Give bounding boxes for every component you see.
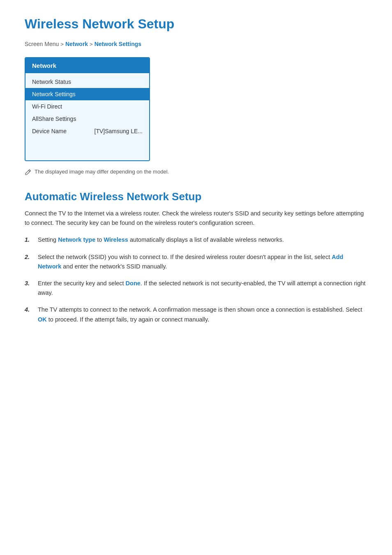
note-line: The displayed image may differ depending…	[25, 169, 367, 176]
page-title: Wireless Network Setup	[25, 16, 367, 32]
breadcrumb-network[interactable]: Network	[65, 41, 88, 47]
device-name-label: Device Name	[32, 128, 67, 134]
highlight-network-type: Network type	[58, 236, 95, 243]
menu-item-wifi-direct[interactable]: Wi-Fi Direct	[25, 100, 149, 113]
section-automatic-title: Automatic Wireless Network Setup	[25, 190, 367, 203]
step-3: 3. Enter the security key and select Don…	[25, 279, 367, 298]
menu-item-allshare-settings[interactable]: AllShare Settings	[25, 113, 149, 125]
steps-list: 1. Setting Network type to Wireless auto…	[25, 235, 367, 324]
menu-item-device-name[interactable]: Device Name [TV]Samsung LE...	[25, 125, 149, 137]
network-panel: Network Network Status Network Settings …	[25, 57, 150, 161]
step-4-text: The TV attempts to connect to the networ…	[38, 305, 367, 324]
menu-item-network-status[interactable]: Network Status	[25, 76, 149, 88]
breadcrumb: Screen Menu > Network > Network Settings	[25, 41, 367, 47]
highlight-ok: OK	[38, 316, 47, 323]
step-2-text: Select the network (SSID) you wish to co…	[38, 252, 367, 271]
pencil-icon	[25, 169, 31, 176]
step-1: 1. Setting Network type to Wireless auto…	[25, 235, 367, 245]
step-3-text: Enter the security key and select Done. …	[38, 279, 367, 298]
step-4-number: 4.	[25, 305, 32, 324]
step-2-number: 2.	[25, 252, 32, 271]
panel-spacer	[25, 137, 149, 158]
breadcrumb-network-settings[interactable]: Network Settings	[95, 41, 141, 47]
step-2: 2. Select the network (SSID) you wish to…	[25, 252, 367, 271]
highlight-done: Done	[126, 280, 141, 287]
step-4: 4. The TV attempts to connect to the net…	[25, 305, 367, 324]
breadcrumb-separator-2: >	[90, 41, 93, 47]
note-text: The displayed image may differ depending…	[35, 169, 169, 175]
breadcrumb-screen-menu: Screen Menu	[25, 41, 59, 47]
panel-header: Network	[25, 58, 149, 73]
device-name-value: [TV]Samsung LE...	[95, 128, 143, 134]
step-1-text: Setting Network type to Wireless automat…	[38, 235, 367, 245]
section-intro-text: Connect the TV to the Internet via a wir…	[25, 209, 367, 228]
menu-item-network-settings[interactable]: Network Settings	[25, 88, 149, 100]
step-1-number: 1.	[25, 235, 32, 245]
step-3-number: 3.	[25, 279, 32, 298]
highlight-wireless: Wireless	[104, 236, 128, 243]
highlight-add-network: Add Network	[38, 254, 343, 270]
breadcrumb-separator-1: >	[60, 41, 64, 47]
panel-body: Network Status Network Settings Wi-Fi Di…	[25, 73, 149, 160]
